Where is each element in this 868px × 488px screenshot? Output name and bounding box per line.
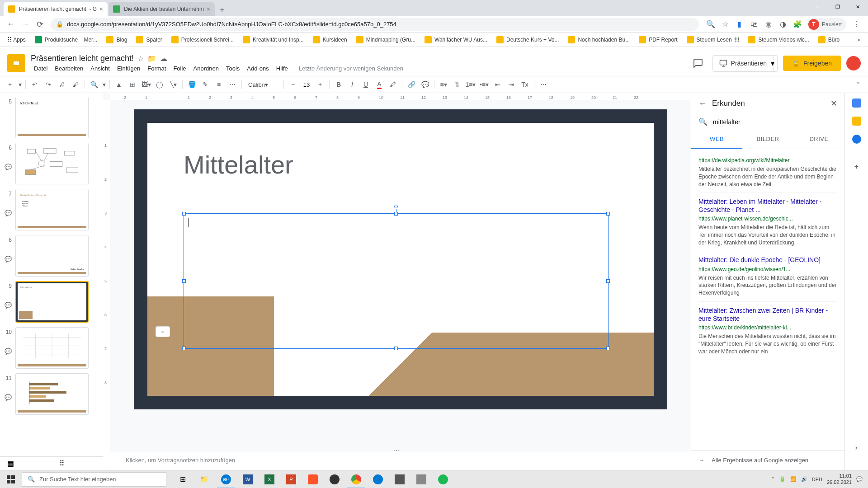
browser-tab-active[interactable]: Präsentieren leicht gemacht! - G × xyxy=(4,2,108,16)
underline-button[interactable]: U xyxy=(359,78,372,91)
menu-slide[interactable]: Folie xyxy=(170,64,189,73)
extension-icon[interactable]: ◉ xyxy=(764,20,773,29)
indent-decrease-button[interactable]: ⇤ xyxy=(491,78,504,91)
minimize-button[interactable]: ─ xyxy=(807,0,827,14)
bookmark-item[interactable]: Später xyxy=(132,34,165,45)
star-icon[interactable]: ☆ xyxy=(137,54,144,63)
extensions-menu-icon[interactable]: 🧩 xyxy=(793,20,802,29)
explore-all-results[interactable]: → Alle Ergebnisse auf Google anzeigen xyxy=(691,450,844,470)
resize-handle[interactable] xyxy=(182,279,186,283)
bookmark-item[interactable]: Professionell Schrei... xyxy=(168,34,237,45)
bookmarks-overflow[interactable]: » xyxy=(854,35,864,45)
close-tab-icon[interactable]: × xyxy=(207,5,210,13)
comment-indicator-icon[interactable]: 💬 xyxy=(0,256,12,263)
move-icon[interactable]: 📁 xyxy=(147,54,156,63)
image-tool[interactable]: 🖼▾ xyxy=(140,78,152,91)
edge-browser-icon[interactable] xyxy=(367,470,389,488)
app-icon[interactable] xyxy=(389,470,410,488)
taskbar-search[interactable]: 🔍 Zur Suche Text hier eingeben xyxy=(22,472,166,487)
comment-indicator-icon[interactable]: 💬 xyxy=(0,348,12,355)
slide-thumb[interactable]: Video. Media xyxy=(15,235,89,277)
brave-icon[interactable] xyxy=(302,470,324,488)
explore-close-button[interactable]: ✕ xyxy=(830,99,837,108)
bulleted-list-button[interactable]: •≡▾ xyxy=(478,78,491,91)
new-tab-button[interactable]: + xyxy=(216,4,228,16)
italic-button[interactable]: I xyxy=(346,78,359,91)
url-input[interactable]: 🔒 docs.google.com/presentation/d/1yV372S… xyxy=(51,18,699,31)
more-tools-button[interactable]: ⋯ xyxy=(537,78,550,91)
slide-thumb[interactable]: Ich bin Teuvt. xyxy=(15,97,89,138)
highlight-button[interactable]: 🖍 xyxy=(387,78,399,91)
menu-arrange[interactable]: Anordnen xyxy=(190,64,222,73)
explore-tab-images[interactable]: BILDER xyxy=(742,130,793,149)
bookmark-item[interactable]: Produktsuche – Mer... xyxy=(31,34,101,45)
resize-handle[interactable] xyxy=(606,347,610,350)
zoom-button[interactable]: 🔍 xyxy=(88,78,100,91)
line-tool[interactable]: ╲▾ xyxy=(167,78,179,91)
spotify-icon[interactable] xyxy=(432,470,454,488)
back-button[interactable]: ← xyxy=(4,17,18,32)
menu-icon[interactable]: ⋮ xyxy=(852,20,861,29)
forward-button[interactable]: → xyxy=(18,17,33,32)
clock[interactable]: 11:01 26.02.2021 xyxy=(827,473,852,485)
print-button[interactable]: 🖨 xyxy=(56,78,68,91)
bookmark-item[interactable]: Steuern Lesen !!!! xyxy=(683,34,743,45)
bookmark-item[interactable]: Noch hochladen Bu... xyxy=(564,34,633,45)
zoom-icon[interactable]: 🔍 xyxy=(706,20,715,29)
file-explorer-icon[interactable]: 📁 xyxy=(193,470,215,488)
explore-results[interactable]: https://de.wikipedia.org/wiki/Mittelalte… xyxy=(691,149,844,450)
app-icon[interactable] xyxy=(410,470,432,488)
maximize-button[interactable]: ❐ xyxy=(827,0,848,14)
add-app-icon[interactable]: + xyxy=(852,162,861,171)
fill-color-button[interactable]: 🪣 xyxy=(185,78,198,91)
slide-canvas[interactable]: Mittelalter ≡ xyxy=(134,109,667,409)
menu-addons[interactable]: Add-ons xyxy=(244,64,272,73)
search-result[interactable]: https://de.wikipedia.org/wiki/Mittelalte… xyxy=(698,153,837,193)
bookmark-item[interactable]: Wahlfächer WU Aus... xyxy=(421,34,491,45)
tasks-icon[interactable] xyxy=(852,135,861,144)
menu-view[interactable]: Ansicht xyxy=(87,64,113,73)
filmstrip[interactable]: 5 Ich bin Teuvt. 6💬 7💬 Erste Folie – Bei… xyxy=(0,93,103,470)
share-button[interactable]: 🔒 Freigeben xyxy=(783,56,841,71)
vertical-ruler[interactable]: 12345678 xyxy=(103,100,110,470)
explore-back-button[interactable]: ← xyxy=(698,99,707,108)
select-tool[interactable]: ▲ xyxy=(113,78,125,91)
bold-button[interactable]: B xyxy=(332,78,345,91)
comment-button[interactable]: 💬 xyxy=(419,78,431,91)
resize-handle[interactable] xyxy=(394,347,398,350)
resize-handle[interactable] xyxy=(606,212,610,216)
resize-handle[interactable] xyxy=(182,212,186,216)
language-indicator[interactable]: DEU xyxy=(812,477,822,482)
font-size-increase[interactable]: + xyxy=(314,78,326,91)
comment-indicator-icon[interactable]: 💬 xyxy=(0,302,12,309)
redo-button[interactable]: ↷ xyxy=(42,78,55,91)
reload-button[interactable]: ⟳ xyxy=(33,17,47,32)
grid-view-icon[interactable]: ⠿ xyxy=(59,459,65,468)
chrome-icon[interactable] xyxy=(345,470,367,488)
filmstrip-view-icon[interactable]: ▦ xyxy=(7,459,14,468)
font-size-input[interactable]: 13 xyxy=(299,81,314,88)
obs-icon[interactable] xyxy=(324,470,345,488)
start-button[interactable] xyxy=(0,470,22,488)
bookmark-item[interactable]: Steuern Videos wic... xyxy=(745,34,813,45)
notes-resize-handle[interactable] xyxy=(103,448,691,452)
explore-search-input[interactable] xyxy=(713,118,837,126)
speaker-notes[interactable]: Klicken, um Vortragsnotizen hinzuzufügen xyxy=(103,452,691,470)
border-weight-button[interactable]: ≡ xyxy=(212,78,225,91)
explore-tab-drive[interactable]: DRIVE xyxy=(793,130,844,149)
comments-button[interactable] xyxy=(689,54,707,72)
edge-icon[interactable]: 99+ xyxy=(215,470,237,488)
system-tray[interactable]: ⌃ 🔋 📶 🔊 DEU 11:01 26.02.2021 💬 xyxy=(765,473,868,485)
border-dash-button[interactable]: ⋯ xyxy=(226,78,239,91)
slide-thumb[interactable] xyxy=(15,143,89,184)
rotate-handle[interactable] xyxy=(394,205,398,208)
numbered-list-button[interactable]: 1≡▾ xyxy=(464,78,477,91)
wifi-icon[interactable]: 📶 xyxy=(790,476,797,482)
resize-handle[interactable] xyxy=(182,347,186,350)
keep-icon[interactable] xyxy=(852,117,861,126)
font-size-decrease[interactable]: − xyxy=(287,78,299,91)
line-spacing-button[interactable]: ⇅ xyxy=(451,78,463,91)
new-slide-button[interactable]: + xyxy=(4,78,16,91)
slide-thumb[interactable]: Erste Folie – Beispiel• Lorem• Ipsum• Do… xyxy=(15,189,89,230)
battery-icon[interactable]: 🔋 xyxy=(779,476,786,482)
